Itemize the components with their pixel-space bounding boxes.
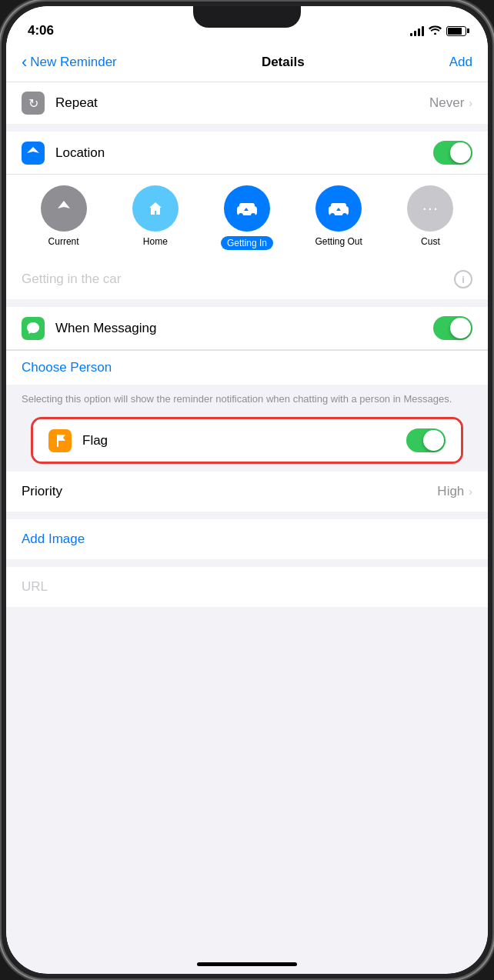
content: ↻ Repeat Never › (6, 82, 488, 973)
svg-rect-8 (57, 435, 58, 447)
location-option-getting-out-label: Getting Out (315, 236, 362, 247)
location-option-custom-label: Cust (421, 236, 440, 247)
current-location-icon (53, 198, 75, 219)
notch (193, 6, 301, 28)
status-icons (410, 25, 466, 37)
car-getting-out-icon (327, 200, 350, 217)
messaging-section: When Messaging Choose Person (6, 307, 488, 385)
messaging-row: When Messaging (6, 307, 488, 350)
add-image-section: Add Image (6, 519, 488, 559)
location-option-getting-in-label: Getting In (227, 238, 267, 248)
repeat-section: ↻ Repeat Never › (6, 82, 488, 124)
signal-icon (410, 25, 424, 36)
custom-dots-icon: ··· (422, 198, 439, 218)
location-hint: Getting in the car i (6, 262, 488, 299)
info-i-icon: i (462, 274, 465, 285)
messaging-icon-bg (22, 317, 45, 340)
back-chevron-icon: ‹ (22, 52, 27, 72)
phone-inner: 4:06 (6, 6, 488, 974)
location-option-getting-in[interactable]: Getting In (205, 185, 289, 250)
priority-value: High (437, 484, 464, 499)
url-placeholder: URL (22, 579, 48, 595)
location-option-home[interactable]: Home (113, 185, 197, 250)
flag-section-wrapper: Flag (6, 417, 488, 464)
priority-section: Priority High › (6, 472, 488, 512)
back-button[interactable]: ‹ New Reminder (22, 52, 117, 72)
car-getting-in-icon (235, 200, 259, 217)
priority-label: Priority (22, 484, 437, 499)
svg-rect-1 (239, 203, 255, 209)
repeat-symbol-icon: ↻ (28, 96, 38, 111)
location-option-custom[interactable]: ··· Cust (389, 185, 472, 250)
location-toggle[interactable] (433, 141, 472, 165)
url-section: URL (6, 567, 488, 607)
messaging-note: Selecting this option will show the remi… (6, 385, 488, 417)
priority-chevron-icon: › (469, 485, 472, 498)
add-button[interactable]: Add (449, 55, 472, 70)
add-image-link[interactable]: Add Image (22, 532, 85, 547)
add-image-row[interactable]: Add Image (6, 519, 488, 559)
repeat-value: Never (429, 95, 464, 111)
status-bar: 4:06 (6, 6, 488, 45)
messaging-toggle[interactable] (433, 316, 472, 340)
flag-toggle[interactable] (406, 428, 446, 452)
flag-icon (54, 434, 66, 448)
choose-person-link[interactable]: Choose Person (22, 360, 112, 375)
location-label: Location (55, 145, 433, 161)
location-option-current-label: Current (48, 236, 79, 247)
home-indicator (197, 962, 297, 966)
location-icon-bg (22, 142, 45, 165)
location-section: Location (6, 132, 488, 299)
repeat-row: ↻ Repeat Never › (6, 82, 488, 124)
location-hint-text: Getting in the car (22, 272, 121, 287)
phone-frame: 4:06 (0, 0, 494, 980)
flag-label: Flag (82, 433, 406, 448)
flag-row: Flag (33, 419, 461, 462)
location-option-getting-out[interactable]: Getting Out (297, 185, 381, 250)
url-row[interactable]: URL (6, 567, 488, 607)
wifi-icon (429, 25, 442, 37)
home-icon (145, 198, 166, 219)
location-options: Current Home (6, 175, 488, 262)
repeat-icon: ↻ (22, 92, 45, 115)
choose-person-row[interactable]: Choose Person (6, 350, 488, 385)
location-row: Location (6, 132, 488, 175)
location-option-current[interactable]: Current (22, 185, 105, 250)
location-arrow-icon (26, 146, 40, 160)
info-button[interactable]: i (454, 270, 472, 288)
battery-icon (446, 26, 466, 36)
nav-title: Details (262, 55, 305, 70)
priority-row[interactable]: Priority High › (6, 472, 488, 512)
flag-section: Flag (31, 417, 463, 464)
nav-bar: ‹ New Reminder Details Add (6, 45, 488, 82)
messaging-label: When Messaging (55, 321, 433, 336)
flag-icon-bg (48, 429, 72, 452)
location-option-home-label: Home (143, 236, 168, 247)
status-time: 4:06 (28, 23, 54, 38)
screen: 4:06 (6, 6, 488, 974)
back-label: New Reminder (30, 55, 116, 70)
repeat-label: Repeat (55, 95, 429, 111)
repeat-chevron-icon: › (469, 97, 472, 109)
message-bubble-icon (26, 322, 40, 335)
